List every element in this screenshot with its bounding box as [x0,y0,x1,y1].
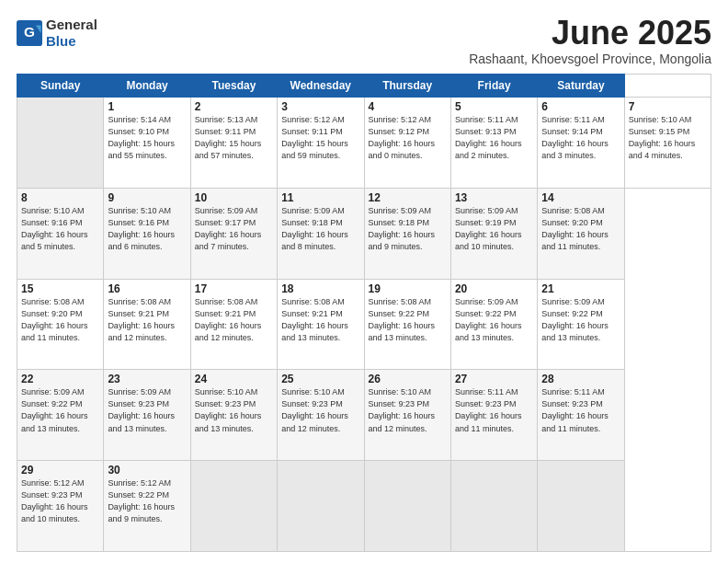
day-number: 17 [195,282,273,295]
daylight-text: Daylight: 16 hours and 12 minutes. [195,321,262,342]
table-row: 4Sunrise: 5:12 AMSunset: 9:12 PMDaylight… [364,98,450,189]
day-info: Sunrise: 5:08 AMSunset: 9:20 PMDaylight:… [541,205,620,253]
sunrise-text: Sunrise: 5:08 AM [195,297,258,306]
sunrise-text: Sunrise: 5:09 AM [369,206,432,215]
table-row: 12Sunrise: 5:09 AMSunset: 9:18 PMDayligh… [364,188,450,279]
day-info: Sunrise: 5:08 AMSunset: 9:20 PMDaylight:… [21,296,99,344]
col-tuesday: Tuesday [190,75,277,98]
table-row: 5Sunrise: 5:11 AMSunset: 9:13 PMDaylight… [450,98,537,189]
logo-general: General [46,17,97,32]
daylight-text: Daylight: 16 hours and 13 minutes. [108,411,175,432]
daylight-text: Daylight: 16 hours and 13 minutes. [369,321,436,342]
table-row: 29Sunrise: 5:12 AMSunset: 9:23 PMDayligh… [17,461,104,552]
col-saturday: Saturday [538,75,624,98]
daylight-text: Daylight: 16 hours and 2 minutes. [455,139,522,160]
table-row: 13Sunrise: 5:09 AMSunset: 9:19 PMDayligh… [450,188,537,279]
sunset-text: Sunset: 9:22 PM [21,399,83,408]
table-row [450,461,537,552]
table-row: 11Sunrise: 5:09 AMSunset: 9:18 PMDayligh… [278,188,364,279]
logo-blue: Blue [46,33,76,49]
col-monday: Monday [104,75,190,98]
day-number: 19 [369,282,447,295]
table-row: 15Sunrise: 5:08 AMSunset: 9:20 PMDayligh… [17,279,104,370]
sunrise-text: Sunrise: 5:11 AM [455,387,518,396]
day-info: Sunrise: 5:11 AMSunset: 9:23 PMDaylight:… [455,386,533,434]
day-number: 9 [108,191,186,204]
day-info: Sunrise: 5:09 AMSunset: 9:18 PMDaylight:… [281,205,359,253]
daylight-text: Daylight: 16 hours and 11 minutes. [541,411,609,432]
day-number: 24 [195,373,273,385]
daylight-text: Daylight: 16 hours and 13 minutes. [281,321,348,342]
day-info: Sunrise: 5:08 AMSunset: 9:21 PMDaylight:… [195,296,273,344]
day-number: 14 [541,191,620,204]
day-number: 23 [108,373,186,385]
sunset-text: Sunset: 9:23 PM [281,399,343,408]
day-number: 7 [629,100,707,113]
sunset-text: Sunset: 9:11 PM [195,127,256,136]
day-info: Sunrise: 5:11 AMSunset: 9:23 PMDaylight:… [541,386,620,434]
daylight-text: Daylight: 15 hours and 59 minutes. [281,139,348,160]
sunrise-text: Sunrise: 5:14 AM [108,115,171,124]
day-number: 20 [455,282,533,295]
logo-text: General Blue [46,17,97,50]
day-number: 1 [108,100,186,113]
day-number: 29 [21,464,99,477]
sunrise-text: Sunrise: 5:11 AM [541,387,605,396]
table-row: 3Sunrise: 5:12 AMSunset: 9:11 PMDaylight… [278,98,364,189]
day-number: 11 [281,191,359,204]
sunset-text: Sunset: 9:16 PM [21,218,83,227]
day-number: 21 [541,282,620,295]
col-wednesday: Wednesday [278,75,364,98]
calendar-week-3: 22Sunrise: 5:09 AMSunset: 9:22 PMDayligh… [17,370,711,461]
table-row [278,461,364,552]
daylight-text: Daylight: 16 hours and 3 minutes. [541,139,609,160]
table-row: 19Sunrise: 5:08 AMSunset: 9:22 PMDayligh… [364,279,450,370]
sunrise-text: Sunrise: 5:12 AM [281,115,345,124]
table-row: 21Sunrise: 5:09 AMSunset: 9:22 PMDayligh… [538,279,624,370]
sunrise-text: Sunrise: 5:08 AM [281,297,345,306]
table-row: 30Sunrise: 5:12 AMSunset: 9:22 PMDayligh… [104,461,190,552]
day-info: Sunrise: 5:09 AMSunset: 9:23 PMDaylight:… [108,386,186,434]
day-info: Sunrise: 5:09 AMSunset: 9:19 PMDaylight:… [455,205,533,253]
sunset-text: Sunset: 9:12 PM [369,127,430,136]
sunset-text: Sunset: 9:23 PM [108,399,169,408]
day-info: Sunrise: 5:10 AMSunset: 9:23 PMDaylight:… [281,386,359,434]
daylight-text: Daylight: 16 hours and 9 minutes. [369,230,436,251]
sunset-text: Sunset: 9:11 PM [281,127,343,136]
sunset-text: Sunset: 9:21 PM [281,309,343,318]
table-row: 6Sunrise: 5:11 AMSunset: 9:14 PMDaylight… [538,98,624,189]
day-number: 13 [455,191,533,204]
sunrise-text: Sunrise: 5:09 AM [21,387,85,396]
day-number: 22 [21,373,99,385]
daylight-text: Daylight: 15 hours and 57 minutes. [195,139,262,160]
calendar-table: Sunday Monday Tuesday Wednesday Thursday… [17,74,711,552]
day-number: 10 [195,191,273,204]
day-number: 2 [195,100,273,113]
header: G General Blue June 2025 Rashaant, Khoev… [17,17,711,66]
sunset-text: Sunset: 9:14 PM [541,127,603,136]
sunrise-text: Sunrise: 5:12 AM [108,478,171,488]
day-number: 12 [369,191,447,204]
sunset-text: Sunset: 9:18 PM [369,218,430,227]
sunset-text: Sunset: 9:15 PM [629,127,690,136]
daylight-text: Daylight: 16 hours and 13 minutes. [541,321,609,342]
day-info: Sunrise: 5:13 AMSunset: 9:11 PMDaylight:… [195,114,273,162]
calendar-header-row: Sunday Monday Tuesday Wednesday Thursday… [17,75,711,98]
sunrise-text: Sunrise: 5:10 AM [281,387,345,396]
sunrise-text: Sunrise: 5:11 AM [455,115,518,124]
sunset-text: Sunset: 9:23 PM [541,399,603,408]
day-number: 5 [455,100,533,113]
day-number: 8 [21,191,99,204]
table-row [364,461,450,552]
svg-text:G: G [24,24,35,40]
sunrise-text: Sunrise: 5:10 AM [629,115,692,124]
month-title: June 2025 [469,17,711,50]
col-sunday: Sunday [17,75,104,98]
sunrise-text: Sunrise: 5:10 AM [195,387,258,396]
table-row: 2Sunrise: 5:13 AMSunset: 9:11 PMDaylight… [190,98,277,189]
day-number: 6 [541,100,620,113]
table-row: 17Sunrise: 5:08 AMSunset: 9:21 PMDayligh… [190,279,277,370]
daylight-text: Daylight: 16 hours and 9 minutes. [108,502,175,523]
day-info: Sunrise: 5:10 AMSunset: 9:16 PMDaylight:… [21,205,99,253]
calendar-week-1: 8Sunrise: 5:10 AMSunset: 9:16 PMDaylight… [17,188,711,279]
